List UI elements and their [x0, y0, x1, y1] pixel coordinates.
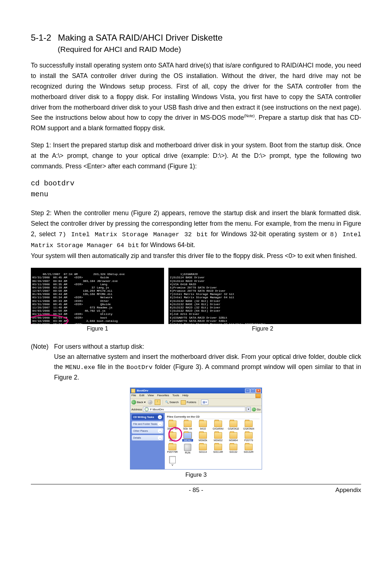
folder-item-v[interactable]: V [167, 456, 178, 466]
footer-section: Appendix [318, 487, 361, 494]
note-block: (Note) For users without a startup disk:… [31, 341, 361, 382]
icon-label: Si3132 [228, 451, 239, 453]
folder-item-gigaraid[interactable]: GIGARAID [213, 421, 224, 430]
task-file-folder-label: File and Folder Tasks [133, 423, 157, 425]
go-button[interactable]: → Go [252, 407, 261, 411]
folder-item-si3114[interactable]: Si3114 [197, 444, 208, 454]
menu-tools[interactable]: Tools [172, 394, 179, 398]
icon-label: P20779R [167, 451, 178, 453]
folder-item-run[interactable]: RUN [182, 444, 193, 454]
folder-icon [184, 432, 192, 439]
note-line1: For users without a startup disk: [54, 343, 144, 350]
icon-label: 35i3x_64 [167, 427, 178, 430]
task-details[interactable]: Details ⌄ [132, 435, 163, 440]
folder-item-p20779r[interactable]: P20779R [167, 444, 178, 454]
folder-item-si3132[interactable]: Si3132 [228, 444, 239, 454]
folder-icon [184, 421, 192, 427]
chevron-down-icon: ⌄ [158, 422, 162, 426]
chevron-down-icon: ⌄ [158, 436, 162, 440]
search-label: Search [170, 401, 179, 404]
section-subtitle: (Required for AHCI and RAID Mode) [58, 45, 361, 54]
window-content: Files Currently on the CD 35i3x_645i3x_6… [165, 413, 262, 469]
folder-item-menu[interactable]: MENU [182, 432, 193, 442]
paragraph-intro-a: To successfully install operating system… [31, 62, 361, 121]
note-body: For users without a startup disk: Use an… [54, 341, 361, 382]
folder-item-35i3x_64[interactable]: 35i3x_64 [167, 421, 178, 430]
task-other-places[interactable]: Other Places ⌄ [132, 428, 163, 434]
folder-item-msm2k[interactable]: MSM2k [197, 432, 208, 442]
folder-item-5i3x_64[interactable]: 5i3x_64 [182, 421, 193, 430]
folder-icon [199, 432, 207, 439]
command-block: cd bootdrv menu [31, 178, 361, 200]
paragraph-step2b: Your system will then automatically zip … [31, 251, 361, 261]
folder-item-i8211[interactable]: i8211 [167, 432, 178, 442]
folders-button[interactable]: Folders [181, 400, 196, 405]
gear-icon [184, 444, 191, 451]
view-button[interactable]: ▦▾ [201, 399, 208, 405]
bootdrv-text: BootDrv [126, 364, 152, 371]
address-dropdown-button[interactable]: ▾ [246, 407, 251, 412]
task-file-folder[interactable]: File and Folder Tasks ⌄ [132, 421, 163, 427]
folder-icon [168, 444, 176, 450]
window-close-button[interactable]: × [256, 389, 261, 393]
folders-label: Folders [187, 401, 196, 404]
address-input[interactable]: F:\BootDrv [143, 407, 245, 412]
paragraph-intro: To successfully install operating system… [31, 60, 361, 134]
folder-item-msm32[interactable]: MSM32 [213, 432, 224, 442]
terminal-figure-1: 06/21/2007 07:34 AM 283,328 GSetup.exe 0… [31, 268, 164, 324]
section-heading: 5-1-2 Making a SATA RAID/AHCI Driver Dis… [31, 33, 361, 43]
folder-icon [229, 432, 237, 439]
folder-item-msm64[interactable]: MSM64 [228, 432, 239, 442]
forward-button[interactable]: → [148, 400, 152, 405]
back-button[interactable]: ← Back ▾ [131, 400, 146, 405]
menu-favorites[interactable]: Favorites [157, 394, 169, 398]
toolbar-separator [163, 400, 163, 405]
window-minimize-button[interactable]: – [245, 389, 250, 393]
cd-drive-icon [144, 407, 149, 411]
menu-help[interactable]: Help [182, 394, 188, 398]
menu-exe-text: MENU.exe [65, 364, 95, 371]
folder-item-gsata64[interactable]: GSATA64 [243, 421, 254, 430]
chevron-down-icon: ⌄ [158, 415, 162, 419]
paragraph-step2: Step 2: When the controller menu (Figure… [31, 208, 361, 251]
folder-item-6410[interactable]: 6410 [197, 421, 208, 430]
folder-item-gsata32[interactable]: GSATA32 [228, 421, 239, 430]
icon-label: GSATA64 [243, 427, 254, 430]
folder-icon [214, 432, 222, 439]
figure-3-caption: Figure 3 [31, 472, 361, 478]
window-menubar: File Edit View Favorites Tools Help [130, 393, 262, 399]
icon-label: MSM32 [213, 439, 224, 442]
icon-label: GIGARAID [213, 427, 224, 430]
menu-edit[interactable]: Edit [139, 394, 144, 398]
folders-icon [181, 400, 186, 405]
folder-icon [229, 421, 237, 427]
document-page: 5-1-2 Making a SATA RAID/AHCI Driver Dis… [0, 0, 392, 582]
chevron-down-icon: ⌄ [158, 429, 162, 433]
toolbar-separator-2 [199, 400, 199, 405]
menu-view[interactable]: View [148, 394, 154, 398]
folder-item-si3132r[interactable]: Si3132R [243, 444, 254, 454]
footer-rule [31, 484, 361, 484]
window-toolbar: ← Back ▾ → 🔍 Search Folders ▦▾ [130, 399, 262, 406]
option-7: 7) Intel Matrix Storage Manager 32 bit [59, 231, 208, 238]
folder-item-p20779[interactable]: P20779 [243, 432, 254, 442]
menu-file[interactable]: File [131, 394, 136, 398]
task-cd-writing-label: CD Writing Tasks [133, 416, 154, 418]
footer-page-number: - 85 - [74, 487, 318, 494]
task-other-places-label: Other Places [133, 430, 148, 432]
terminal-figure-2: 1)GIGARAID 2)Si3114 BASE Driver 3)Si3114… [168, 268, 361, 324]
figure-1-caption: Figure 1 [31, 325, 164, 332]
folder-icon [168, 432, 176, 439]
window-titlebar[interactable]: BootDrv – □ × [130, 388, 262, 393]
figure-captions-row: Figure 1 Figure 2 [31, 325, 361, 332]
task-cd-writing[interactable]: CD Writing Tasks ⌄ [132, 414, 163, 420]
up-button[interactable] [155, 399, 160, 405]
back-label: Back [137, 401, 143, 404]
folder-item-si3114r[interactable]: Si3114R [213, 444, 224, 454]
search-icon: 🔍 [165, 401, 169, 404]
search-button[interactable]: 🔍 Search [165, 401, 179, 404]
window-maximize-button[interactable]: □ [250, 389, 256, 393]
icon-label: 5i3x_64 [182, 427, 193, 430]
terminal-2-text: 1)GIGARAID 2)Si3114 BASE Driver 3)Si3114… [170, 272, 266, 324]
address-bar: Address F:\BootDrv ▾ → Go [130, 406, 262, 413]
